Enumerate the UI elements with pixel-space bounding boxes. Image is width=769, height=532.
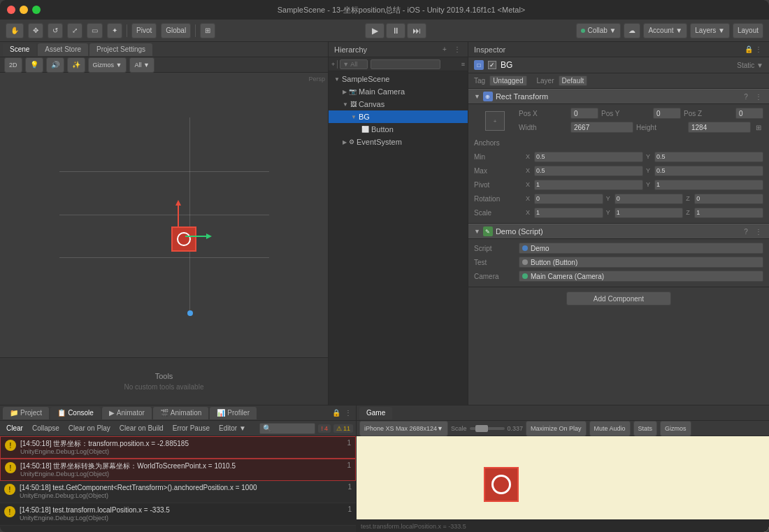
scale-x[interactable]: 1 [534, 208, 603, 218]
scene-search[interactable]: All ▼ [129, 57, 154, 73]
layers-btn[interactable]: Layers ▼ [690, 23, 730, 38]
hier-bg[interactable]: ▼ BG [329, 110, 468, 123]
hier-eventsystem[interactable]: ▶ ⚙ EventSystem [329, 136, 468, 148]
hier-canvas[interactable]: ▼ 🖼 Canvas [329, 98, 468, 110]
clear-on-play-btn[interactable]: Clear on Play [65, 423, 114, 434]
minimize-button[interactable] [20, 6, 28, 14]
stats-btn[interactable]: Stats [633, 421, 658, 436]
anchor-max-y[interactable]: 0.5 [654, 166, 763, 176]
global-btn[interactable]: Global [161, 23, 191, 38]
console-entry-1[interactable]: ! [14:50:18] 世界坐标：transform.position.x =… [0, 436, 356, 459]
2d-btn[interactable]: 2D [4, 57, 22, 73]
gizmos-game-btn[interactable]: Gizmos [660, 421, 691, 436]
transform-tool-btn[interactable]: ✦ [107, 23, 122, 38]
console-entry-3[interactable]: ! [14:50:18] test.GetComponent<RectTrans… [0, 481, 356, 503]
hierarchy-options-btn[interactable]: ≡ [461, 61, 465, 68]
scene-view[interactable]: Persp [0, 73, 328, 357]
rot-x[interactable]: 0 [534, 194, 603, 204]
collab-btn[interactable]: Collab ▼ [576, 23, 621, 38]
object-name[interactable]: BG [501, 60, 733, 70]
anchor-max-x[interactable]: 0.5 [534, 166, 643, 176]
active-checkbox[interactable] [488, 61, 496, 69]
test-value[interactable]: Button (Button) [519, 257, 763, 268]
pos-z-value[interactable]: 0 [735, 108, 763, 119]
tab-scene[interactable]: Scene [3, 43, 36, 56]
script-value[interactable]: Demo [519, 243, 763, 254]
width-value[interactable]: 2667 [570, 122, 633, 133]
hierarchy-add-btn[interactable]: + [440, 45, 450, 55]
fullscreen-button[interactable] [32, 6, 41, 14]
move-tool-btn[interactable]: ✥ [28, 23, 43, 38]
grid-btn[interactable]: ⊞ [200, 23, 215, 38]
plus-icon[interactable]: + [331, 61, 335, 68]
anchor-min-x[interactable]: 0.5 [534, 152, 643, 162]
console-search-input[interactable] [259, 423, 315, 434]
add-component-btn[interactable]: Add Component [566, 292, 671, 305]
camera-value[interactable]: Main Camera (Camera) [519, 271, 763, 282]
pivot-x[interactable]: 1 [534, 180, 643, 190]
pos-y-value[interactable]: 0 [653, 108, 681, 119]
tab-project-settings[interactable]: Project Settings [89, 43, 152, 56]
close-button[interactable] [7, 6, 15, 14]
hier-sample-scene[interactable]: ▼ SampleScene [329, 73, 468, 85]
tab-animator[interactable]: ▶ Animator [102, 407, 152, 419]
rot-z[interactable]: 0 [694, 194, 763, 204]
device-dropdown[interactable]: iPhone XS Max 2688x124▼ [359, 421, 448, 436]
scale-thumb[interactable] [475, 425, 488, 432]
layer-dropdown[interactable]: Default [559, 76, 588, 86]
tab-asset-store[interactable]: Asset Store [38, 43, 88, 56]
console-menu-icon[interactable]: ⋮ [343, 408, 353, 418]
pivot-btn[interactable]: Pivot [131, 23, 157, 38]
tag-dropdown[interactable]: Untagged [489, 76, 526, 86]
demo-script-help[interactable]: ? [741, 227, 751, 236]
step-button[interactable]: ⏭ [407, 23, 426, 38]
console-entry-2[interactable]: ! [14:50:18] 世界坐标转换为屏幕坐标：WorldToScreenPo… [0, 459, 356, 481]
scale-y[interactable]: 1 [615, 208, 684, 218]
pause-button[interactable]: ⏸ [386, 23, 405, 38]
hierarchy-search-input[interactable] [340, 59, 368, 69]
hierarchy-menu-btn[interactable]: ⋮ [452, 45, 462, 55]
scene-fx-btn[interactable]: ✨ [67, 57, 85, 73]
maximize-btn[interactable]: Maximize On Play [526, 421, 587, 436]
error-pause-btn[interactable]: Error Pause [169, 423, 213, 434]
hierarchy-filter-input[interactable] [371, 59, 440, 69]
anchor-icon[interactable]: + [474, 111, 516, 131]
scale-slider[interactable] [470, 427, 505, 430]
inspector-menu-btn[interactable]: ⋮ [754, 45, 763, 55]
tab-profiler[interactable]: 📊 Profiler [210, 407, 257, 419]
play-button[interactable]: ▶ [365, 23, 384, 38]
hier-button[interactable]: ⬜ Button [329, 123, 468, 136]
clear-btn[interactable]: Clear [3, 423, 27, 434]
pos-x-value[interactable]: 0 [570, 108, 598, 119]
inspector-lock-btn[interactable]: 🔒 [744, 45, 754, 55]
rect-tool-btn[interactable]: ▭ [87, 23, 103, 38]
rect-transform-menu[interactable]: ⋮ [754, 92, 763, 101]
editor-dropdown-btn[interactable]: Editor ▼ [215, 423, 250, 434]
scene-object[interactable] [171, 227, 196, 252]
constrain-icon[interactable]: ⊞ [754, 122, 763, 132]
gizmos-btn[interactable]: Gizmos ▼ [88, 57, 127, 73]
tab-game[interactable]: Game [359, 407, 392, 419]
pivot-y[interactable]: 1 [654, 180, 763, 190]
pivot-dot[interactable] [187, 310, 193, 316]
layout-btn[interactable]: Layout [733, 23, 763, 38]
scale-tool-btn[interactable]: ⤢ [67, 23, 82, 38]
move-handle-up[interactable] [164, 200, 192, 228]
mute-btn[interactable]: Mute Audio [589, 421, 631, 436]
scale-z[interactable]: 1 [694, 208, 763, 218]
console-entry-4[interactable]: ! [14:50:18] test.transform.localPositio… [0, 503, 356, 526]
rot-y[interactable]: 0 [615, 194, 684, 204]
hand-tool-btn[interactable]: ✋ [6, 23, 24, 38]
scene-audio-btn[interactable]: 🔊 [46, 57, 64, 73]
rect-transform-help[interactable]: ? [741, 92, 751, 101]
collapse-btn[interactable]: Collapse [29, 423, 63, 434]
console-lock-icon[interactable]: 🔒 [331, 408, 341, 418]
height-value[interactable]: 1284 [688, 122, 751, 133]
anchor-min-y[interactable]: 0.5 [654, 152, 763, 162]
tab-project[interactable]: 📁 Project [3, 407, 49, 419]
clear-on-build-btn[interactable]: Clear on Build [116, 423, 167, 434]
tab-console[interactable]: 📋 Console [50, 407, 101, 419]
tab-animation[interactable]: 🎬 Animation [153, 407, 208, 419]
account-btn[interactable]: Account ▼ [643, 23, 687, 38]
rotate-tool-btn[interactable]: ↺ [48, 23, 63, 38]
